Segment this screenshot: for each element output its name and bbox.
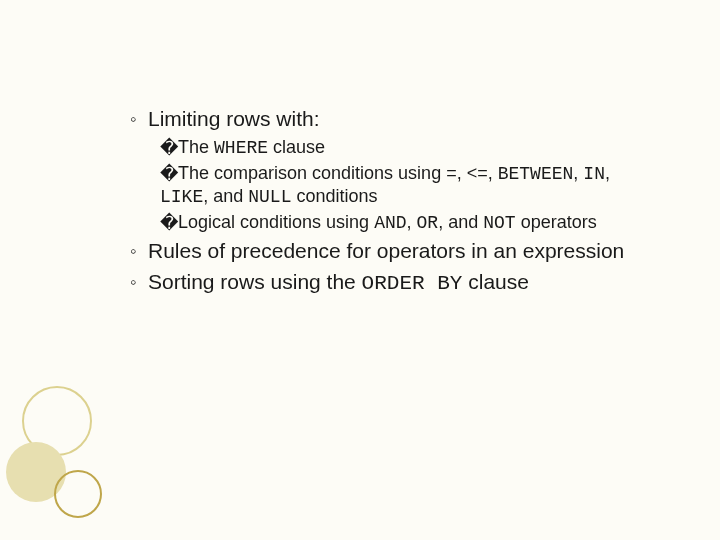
bullet-precedence: ◦Rules of precedence for operators in an… — [130, 238, 650, 264]
slide: ◦Limiting rows with: �The WHERE clause �… — [0, 0, 720, 540]
code-in: IN — [583, 164, 605, 184]
square-bullet-icon: � — [160, 137, 178, 160]
slide-content: ◦Limiting rows with: �The WHERE clause �… — [130, 106, 650, 301]
sub-bullet-logical: �Logical conditions using AND, OR, and N… — [160, 211, 650, 235]
sub-bullet-list: �The WHERE clause �The comparison condit… — [160, 136, 650, 234]
text: The comparison conditions using =, <=, — [178, 163, 498, 183]
text: conditions — [291, 186, 377, 206]
code-where: WHERE — [214, 138, 268, 158]
code-and: AND — [374, 213, 406, 233]
bullet-icon: ◦ — [130, 108, 148, 131]
text: , — [605, 163, 610, 183]
text: clause — [268, 137, 325, 157]
bullet-icon: ◦ — [130, 240, 148, 263]
text: , and — [203, 186, 248, 206]
code-like: LIKE — [160, 187, 203, 207]
bullet-icon: ◦ — [130, 271, 148, 294]
text: operators — [516, 212, 597, 232]
text: , and — [438, 212, 483, 232]
code-null: NULL — [248, 187, 291, 207]
code-not: NOT — [483, 213, 515, 233]
decorative-circle — [54, 470, 102, 518]
code-or: OR — [417, 213, 439, 233]
bullet-sorting: ◦Sorting rows using the ORDER BY clause — [130, 269, 650, 297]
text: , — [573, 163, 583, 183]
bullet-text: Rules of precedence for operators in an … — [148, 239, 624, 262]
text: clause — [462, 270, 529, 293]
bullet-limiting-rows: ◦Limiting rows with: — [130, 106, 650, 132]
text: The — [178, 137, 214, 157]
square-bullet-icon: � — [160, 212, 178, 235]
bullet-text: Limiting rows with: — [148, 107, 320, 130]
sub-bullet-comparison: �The comparison conditions using =, <=, … — [160, 162, 650, 209]
text: Sorting rows using the — [148, 270, 362, 293]
sub-bullet-where: �The WHERE clause — [160, 136, 650, 160]
code-between: BETWEEN — [498, 164, 574, 184]
text: Logical conditions using — [178, 212, 374, 232]
square-bullet-icon: � — [160, 163, 178, 186]
code-order-by: ORDER BY — [362, 272, 463, 295]
text: , — [407, 212, 417, 232]
